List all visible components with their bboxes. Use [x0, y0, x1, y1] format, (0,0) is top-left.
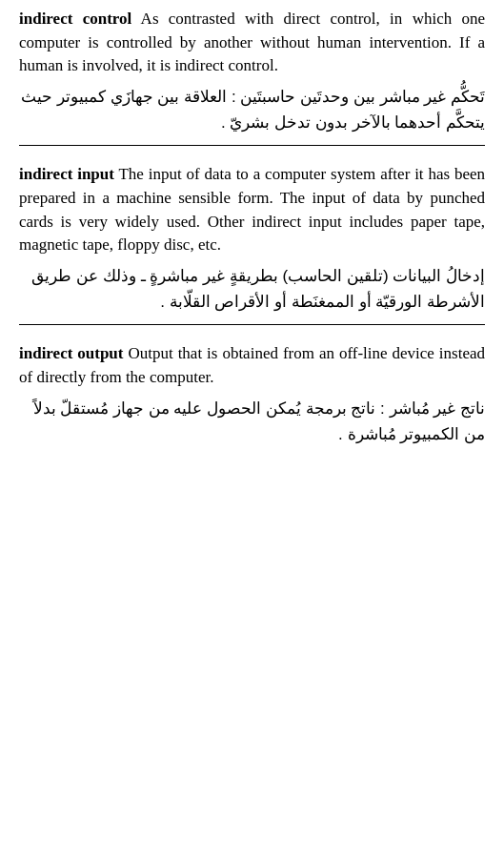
entry-term-indirect-input: indirect input [19, 165, 114, 183]
dictionary-page: indirect control As contrasted with dire… [19, 8, 485, 447]
dictionary-entry-indirect-control: indirect control As contrasted with dire… [19, 8, 485, 146]
section-divider [19, 145, 485, 146]
dictionary-entry-indirect-output: indirect output Output that is obtained … [19, 342, 485, 447]
entry-definition-ar-indirect-output: ناتج غير مُباشر : ناتج برمجة يُمكن الحصو… [19, 396, 485, 447]
entry-definition-en-indirect-control: indirect control As contrasted with dire… [19, 8, 485, 78]
entry-definition-ar-indirect-control: تَحكُّم غير مباشر بين وحدتَين حاسبتَين :… [19, 84, 485, 135]
dictionary-entry-indirect-input: indirect input The input of data to a co… [19, 163, 485, 325]
section-divider [19, 324, 485, 325]
entry-definition-en-indirect-input: indirect input The input of data to a co… [19, 163, 485, 257]
entry-term-indirect-control: indirect control [19, 10, 131, 28]
entry-definition-ar-indirect-input: إدخالُ البيانات (تلقين الحاسب) بطريقةٍ غ… [19, 263, 485, 315]
entry-definition-en-indirect-output: indirect output Output that is obtained … [19, 342, 485, 389]
entry-term-indirect-output: indirect output [19, 344, 124, 362]
